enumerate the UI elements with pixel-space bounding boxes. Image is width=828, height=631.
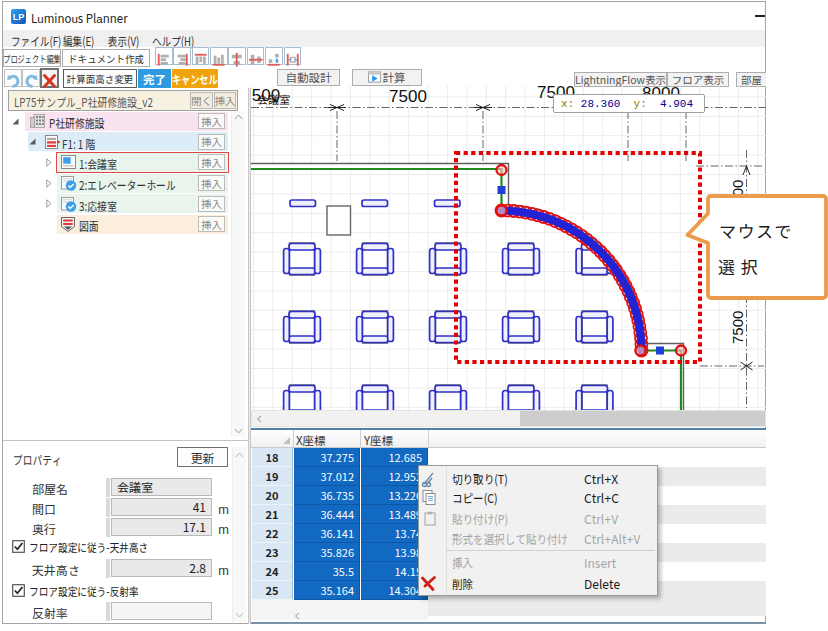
svg-text:7500: 7500 xyxy=(729,311,746,344)
svg-text:会議室: 会議室 xyxy=(257,91,290,107)
svg-text:7500: 7500 xyxy=(389,87,427,106)
